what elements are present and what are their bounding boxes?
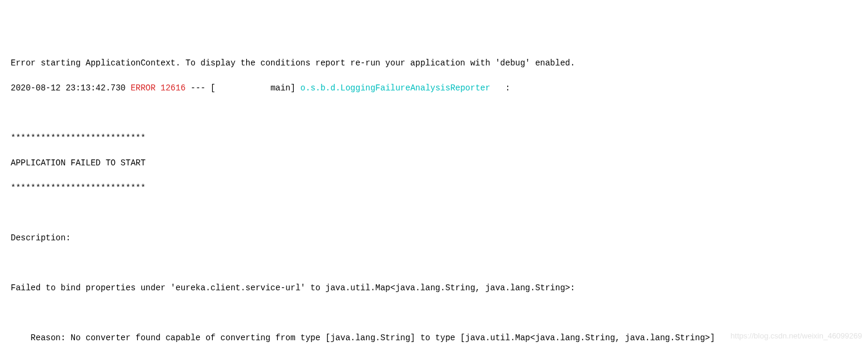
blank-line — [11, 207, 857, 219]
star-border-top: *************************** — [11, 132, 857, 145]
fail-header: APPLICATION FAILED TO START — [11, 157, 857, 170]
log-logger-name: o.s.b.d.LoggingFailureAnalysisReporter — [300, 83, 490, 93]
description-text: Failed to bind properties under 'eureka.… — [11, 282, 857, 294]
star-border-bottom: *************************** — [11, 182, 857, 195]
description-label: Description: — [11, 232, 857, 244]
log-timestamp: 2020-08-12 23:13:42.730 — [11, 83, 125, 93]
console-line-1: Error starting ApplicationContext. To di… — [11, 57, 857, 70]
blank-line — [11, 307, 857, 319]
log-level-error: ERROR — [131, 83, 156, 93]
log-trailing-colon: : — [490, 83, 511, 93]
log-bracket-close: ] — [291, 83, 301, 93]
console-log-line: 2020-08-12 23:13:42.730 ERROR 12616 --- … — [11, 82, 857, 95]
reason-text: Reason: No converter found capable of co… — [11, 332, 857, 344]
log-separator: --- [ — [185, 83, 215, 93]
blank-line — [11, 107, 857, 120]
blank-line — [11, 257, 857, 269]
log-thread: main — [216, 83, 291, 93]
log-pid: 12616 — [161, 83, 185, 93]
